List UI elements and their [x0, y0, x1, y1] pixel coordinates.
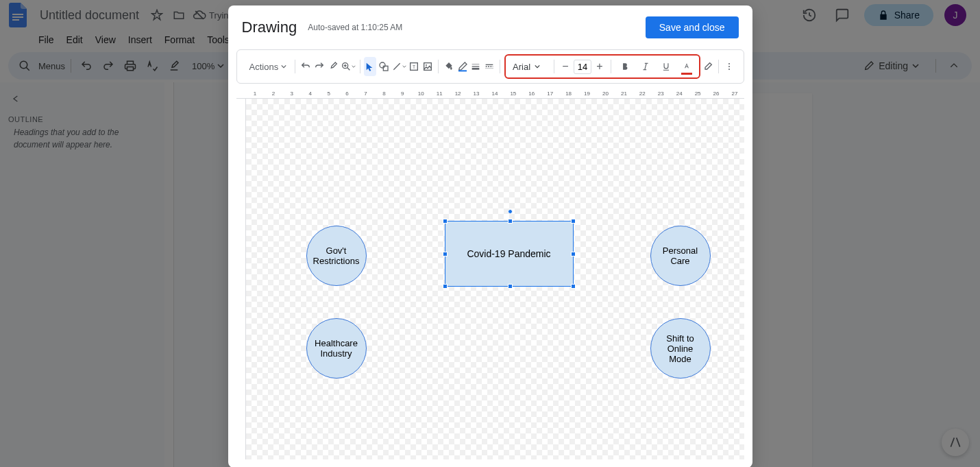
- modal-overlay: Drawing Auto-saved at 1:10:25 AM Save an…: [0, 0, 980, 467]
- shape-circle-online-mode[interactable]: Shift to Online Mode: [650, 318, 711, 379]
- svg-rect-12: [383, 66, 388, 71]
- font-controls-highlighted-group: Arial − +: [504, 54, 700, 79]
- border-weight-button[interactable]: [470, 57, 482, 76]
- dialog-title: Drawing: [242, 19, 297, 36]
- shape-center-rectangle[interactable]: Covid-19 Pandemic: [445, 221, 574, 287]
- italic-button[interactable]: [636, 57, 655, 76]
- border-color-button[interactable]: [456, 57, 469, 76]
- svg-line-27: [645, 63, 646, 69]
- shape-circle-personal-care[interactable]: Personal Care: [650, 226, 711, 286]
- drawing-toolbar: Actions T Arial: [236, 49, 744, 84]
- font-family-select[interactable]: Arial: [509, 59, 550, 75]
- text-color-button[interactable]: [677, 57, 696, 76]
- svg-point-11: [380, 62, 385, 68]
- actions-dropdown[interactable]: Actions: [245, 59, 291, 75]
- shape-circle-govt-restrictions[interactable]: Gov't Restrictions: [306, 226, 367, 286]
- svg-line-13: [393, 63, 400, 69]
- zoom-drawing-button[interactable]: [341, 57, 356, 76]
- shape-tool-button[interactable]: [378, 57, 390, 76]
- line-tool-button[interactable]: [391, 57, 406, 76]
- textbox-tool-button[interactable]: T: [408, 57, 420, 76]
- svg-text:T: T: [413, 64, 415, 69]
- horizontal-ruler: 1234567891011121314151617181920212223242…: [236, 89, 744, 99]
- svg-point-17: [426, 64, 427, 66]
- more-options-button[interactable]: [723, 57, 735, 76]
- undo-drawing-button[interactable]: [299, 57, 312, 76]
- svg-point-29: [728, 66, 730, 67]
- select-tool-button[interactable]: [364, 57, 376, 76]
- redo-drawing-button[interactable]: [313, 57, 326, 76]
- paint-format-drawing-button[interactable]: [327, 57, 339, 76]
- decrease-font-size-button[interactable]: −: [559, 60, 572, 73]
- shape-circle-healthcare[interactable]: Healthcare Industry: [306, 318, 367, 379]
- save-and-close-button[interactable]: Save and close: [646, 16, 739, 38]
- bold-button[interactable]: [615, 57, 635, 76]
- drawing-canvas[interactable]: Covid-19 Pandemic Gov't Restrictions: [246, 99, 744, 459]
- svg-point-30: [728, 69, 730, 70]
- autosave-status: Auto-saved at 1:10:25 AM: [308, 23, 402, 32]
- drawing-dialog: Drawing Auto-saved at 1:10:25 AM Save an…: [228, 5, 752, 467]
- fill-color-button[interactable]: [443, 57, 455, 76]
- image-tool-button[interactable]: [421, 57, 434, 76]
- drawing-canvas-container: 1234567891011121314151617181920212223242…: [236, 89, 744, 459]
- svg-line-8: [347, 67, 350, 70]
- font-size-input[interactable]: [574, 60, 591, 74]
- svg-rect-18: [458, 70, 467, 71]
- vertical-ruler: [236, 99, 246, 459]
- highlight-color-button[interactable]: [702, 57, 714, 76]
- underline-button[interactable]: [657, 57, 676, 76]
- increase-font-size-button[interactable]: +: [593, 60, 607, 73]
- border-dash-button[interactable]: [483, 57, 495, 76]
- svg-point-28: [728, 63, 730, 64]
